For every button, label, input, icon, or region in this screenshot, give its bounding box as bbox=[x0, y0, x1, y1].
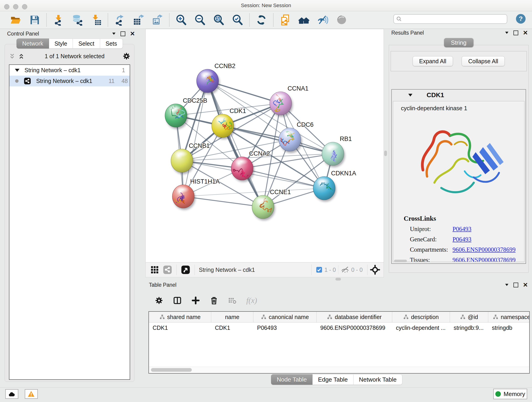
column-header-id[interactable]: @id bbox=[450, 312, 488, 322]
table-cell[interactable]: cyclin-dependent ... bbox=[392, 325, 450, 331]
crosslink-link[interactable]: 9606.ENSP00000378699 bbox=[452, 246, 515, 253]
zoom-selected-button[interactable] bbox=[228, 13, 247, 27]
node-label-CDK1: CDK1 bbox=[230, 108, 246, 114]
table-panel-float-icon[interactable] bbox=[513, 283, 518, 287]
table-cell[interactable]: stringdb bbox=[488, 325, 530, 331]
column-header-namespace[interactable]: namespace bbox=[488, 312, 530, 322]
protein-structure-image bbox=[406, 117, 516, 216]
open-folder-button[interactable] bbox=[6, 13, 25, 27]
crosslink-link[interactable]: 9606.ENSP00000378699 bbox=[452, 256, 515, 262]
show-grid-icon[interactable] bbox=[150, 265, 159, 274]
tab-node-table[interactable]: Node Table bbox=[271, 374, 312, 385]
export-network-button[interactable] bbox=[110, 13, 129, 27]
expand-all-button[interactable]: Expand All bbox=[413, 56, 453, 66]
column-header-description[interactable]: description bbox=[392, 312, 450, 322]
control-panel-close-icon[interactable]: ✕ bbox=[130, 31, 135, 37]
delete-selected-icon[interactable] bbox=[210, 296, 218, 305]
help-button[interactable]: ? bbox=[516, 14, 526, 24]
import-network-button[interactable] bbox=[49, 13, 68, 27]
add-column-icon[interactable] bbox=[191, 296, 200, 305]
import-database-icon bbox=[71, 14, 83, 26]
zoom-fit-button[interactable] bbox=[209, 13, 228, 27]
collapse-all-networks-icon[interactable] bbox=[8, 53, 16, 60]
cloud-button[interactable] bbox=[5, 389, 18, 399]
export-image-button[interactable] bbox=[148, 13, 167, 27]
tab-select[interactable]: Select bbox=[73, 38, 100, 49]
hide-toggle-button[interactable] bbox=[313, 13, 332, 27]
table-cell[interactable]: 9606.ENSP00000378699 bbox=[317, 325, 392, 331]
table-settings-icon[interactable] bbox=[155, 296, 163, 305]
toggle-columns-icon[interactable] bbox=[173, 296, 182, 305]
control-panel-float-icon[interactable] bbox=[120, 32, 125, 36]
import-database-button[interactable] bbox=[68, 13, 87, 27]
node-HIST1H1A[interactable]: HIST1H1A bbox=[168, 178, 220, 210]
zoom-in-button[interactable] bbox=[172, 13, 191, 27]
column-header-name[interactable]: name bbox=[211, 312, 253, 322]
tab-network[interactable]: Network bbox=[17, 38, 49, 49]
export-network-icon bbox=[114, 14, 126, 26]
collapse-all-button[interactable]: Collapse All bbox=[462, 56, 505, 66]
results-panel-close-icon[interactable]: ✕ bbox=[523, 30, 528, 36]
table-panel-close-icon[interactable]: ✕ bbox=[523, 282, 528, 288]
table-scrollbar-thumb[interactable] bbox=[151, 368, 192, 372]
tab-sets[interactable]: Sets bbox=[100, 38, 123, 49]
node-CCNB1[interactable]: CCNB1 bbox=[171, 142, 210, 174]
crosslink-row: Uniprot:P06493 bbox=[410, 225, 524, 233]
column-header-canonical-name[interactable]: canonical name bbox=[253, 312, 317, 322]
import-table-button[interactable] bbox=[87, 13, 105, 27]
node-CDC6[interactable]: CDC6 bbox=[279, 121, 314, 153]
memory-button[interactable]: Memory bbox=[493, 389, 527, 399]
selected-count-checkbox-icon[interactable] bbox=[316, 266, 323, 273]
tab-network-table[interactable]: Network Table bbox=[354, 374, 402, 385]
results-scroll-nub[interactable] bbox=[394, 260, 407, 262]
column-header-shared-name[interactable]: shared name bbox=[149, 312, 211, 322]
zoom-out-button[interactable] bbox=[191, 13, 209, 27]
warnings-button[interactable] bbox=[25, 389, 38, 399]
node-RB1[interactable]: RB1 bbox=[322, 135, 352, 167]
crosslink-link[interactable]: P06493 bbox=[452, 225, 472, 233]
table-panel-menu-icon[interactable] bbox=[505, 283, 509, 286]
node-CCNA1[interactable]: CCNA1 bbox=[269, 85, 309, 117]
clone-network-button[interactable] bbox=[276, 13, 295, 27]
collection-expand-icon[interactable] bbox=[15, 69, 19, 72]
network-options-gear-icon[interactable] bbox=[122, 52, 131, 60]
column-header-database-identifier[interactable]: database identifier bbox=[317, 312, 392, 322]
node-CDKN1A[interactable]: CDKN1A bbox=[313, 170, 356, 202]
node-CDK1[interactable]: CDK1 bbox=[212, 108, 246, 139]
results-panel-float-icon[interactable] bbox=[513, 31, 518, 35]
edge-CCNB2-CCNE1[interactable] bbox=[208, 81, 263, 207]
fit-selected-crosshair-icon[interactable] bbox=[370, 264, 380, 275]
layout-houses-button[interactable] bbox=[295, 13, 313, 27]
column-label: shared name bbox=[167, 314, 201, 320]
tab-style[interactable]: Style bbox=[49, 38, 73, 49]
tab-edge-table[interactable]: Edge Table bbox=[312, 374, 354, 385]
horizontal-splitter-handle[interactable] bbox=[336, 278, 341, 281]
table-row[interactable]: CDK1CDK1P064939606.ENSP00000378699cyclin… bbox=[149, 322, 529, 333]
control-panel-menu-icon[interactable] bbox=[112, 32, 116, 35]
network-overview-icon[interactable] bbox=[163, 265, 172, 274]
table-cell[interactable]: CDK1 bbox=[149, 325, 211, 331]
gene-name: CDK1 bbox=[427, 91, 444, 99]
export-table-button[interactable] bbox=[129, 13, 148, 27]
refresh-button[interactable] bbox=[252, 13, 271, 27]
table-cell[interactable]: P06493 bbox=[253, 325, 317, 331]
search-input[interactable] bbox=[404, 16, 505, 22]
export-image-icon bbox=[152, 14, 163, 26]
birds-eye-view-icon[interactable] bbox=[181, 265, 190, 274]
network-canvas[interactable]: CCNB2CCNA1CDC25BCDK1CDC6RB1CCNB1CCNA2CDK… bbox=[146, 29, 384, 262]
crosslink-link[interactable]: P06493 bbox=[452, 236, 472, 243]
node-CCNB2[interactable]: CCNB2 bbox=[196, 63, 235, 95]
network-row[interactable]: String Network – cdk1 11 48 bbox=[9, 76, 130, 86]
toolbar-separator bbox=[273, 13, 273, 27]
table-cell[interactable]: stringdb:9... bbox=[450, 325, 488, 331]
save-button[interactable] bbox=[25, 13, 44, 27]
results-panel-menu-icon[interactable] bbox=[505, 32, 509, 34]
tab-string[interactable]: String bbox=[444, 38, 473, 47]
node-CCNE1[interactable]: CCNE1 bbox=[252, 189, 291, 220]
network-collection-row[interactable]: String Network – cdk1 1 bbox=[9, 65, 130, 76]
table-cell[interactable]: CDK1 bbox=[211, 325, 253, 331]
preview-eye-button[interactable] bbox=[332, 13, 351, 27]
gene-collapse-icon[interactable] bbox=[408, 94, 412, 96]
vertical-splitter-handle[interactable] bbox=[384, 151, 387, 156]
expand-all-networks-icon[interactable] bbox=[18, 53, 25, 60]
